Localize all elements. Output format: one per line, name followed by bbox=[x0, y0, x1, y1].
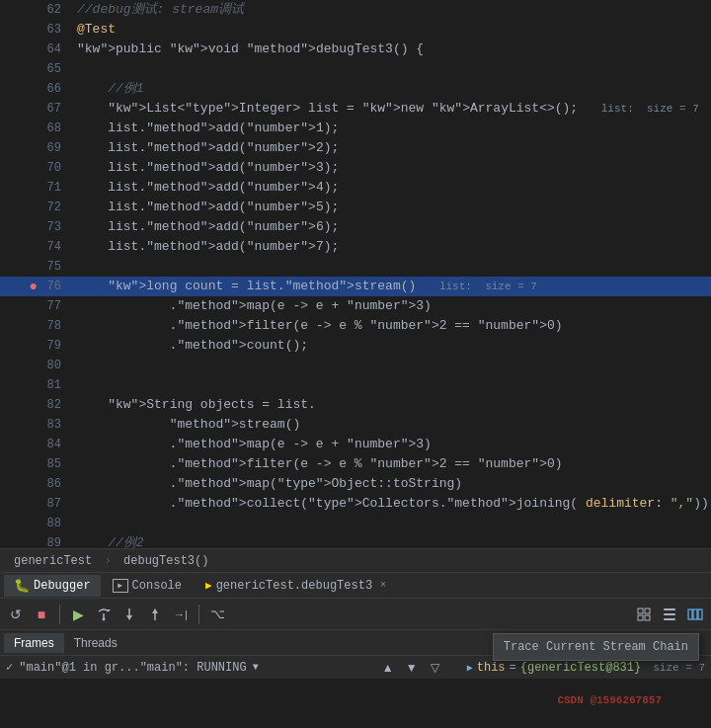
line-number-71: 71 bbox=[41, 178, 61, 198]
line-gutter-79: 79 bbox=[0, 336, 69, 356]
svg-rect-14 bbox=[688, 609, 692, 619]
svg-rect-9 bbox=[638, 615, 643, 620]
line-gutter-83: 83 bbox=[0, 415, 69, 435]
breadcrumb-generictest[interactable]: genericTest bbox=[8, 552, 98, 570]
debug-session-bar: 🐛 Debugger ▶ Console ▶ genericTest.debug… bbox=[0, 572, 711, 598]
line-gutter-72: 72 bbox=[0, 198, 69, 217]
svg-rect-15 bbox=[693, 609, 697, 619]
line-gutter-69: 69 bbox=[0, 138, 69, 158]
line-number-63: 63 bbox=[41, 20, 61, 40]
frames-tab[interactable]: Frames bbox=[4, 633, 64, 653]
line-content-84: ."method">map(e -> e + "number">3) bbox=[69, 435, 711, 454]
line-number-89: 89 bbox=[41, 533, 61, 548]
line-content-78: ."method">filter(e -> e % "number">2 == … bbox=[69, 316, 711, 336]
line-number-84: 84 bbox=[41, 435, 61, 454]
code-line-82: 82 "kw">String objects = list. bbox=[0, 395, 711, 415]
close-tab-button[interactable]: × bbox=[380, 580, 386, 591]
line-content-68: list."method">add("number">1); bbox=[69, 119, 711, 138]
line-content-83: "method">stream() bbox=[69, 415, 711, 435]
separator-2 bbox=[198, 605, 199, 624]
var-expand-icon[interactable]: ▶ bbox=[467, 662, 473, 674]
code-line-68: 68 list."method">add("number">1); bbox=[0, 119, 711, 138]
line-number-76: 76 bbox=[41, 277, 61, 296]
line-content-70: list."method">add("number">3); bbox=[69, 158, 711, 178]
step-out-button[interactable] bbox=[143, 603, 167, 626]
svg-marker-6 bbox=[152, 608, 158, 613]
line-content-69: list."method">add("number">2); bbox=[69, 138, 711, 158]
line-number-86: 86 bbox=[41, 474, 61, 494]
code-line-85: 85 ."method">filter(e -> e % "number">2 … bbox=[0, 454, 711, 474]
line-gutter-77: 77 bbox=[0, 296, 69, 316]
line-gutter-66: 66 bbox=[0, 79, 69, 99]
svg-rect-13 bbox=[664, 618, 675, 620]
tab-debugger[interactable]: 🐛 Debugger bbox=[4, 575, 101, 597]
svg-rect-12 bbox=[664, 613, 675, 615]
code-line-83: 83 "method">stream() bbox=[0, 415, 711, 435]
stop-button[interactable]: ■ bbox=[30, 603, 53, 626]
code-line-74: 74 list."method">add("number">7); bbox=[0, 237, 711, 257]
line-gutter-62: 62 bbox=[0, 0, 69, 20]
thread-dropdown-icon[interactable]: ▼ bbox=[253, 662, 259, 673]
line-content-82: "kw">String objects = list. bbox=[69, 395, 711, 415]
tooltip-popup: Trace Current Stream Chain bbox=[493, 633, 699, 661]
code-line-72: 72 list."method">add("number">5); bbox=[0, 198, 711, 217]
line-number-75: 75 bbox=[41, 257, 61, 277]
line-number-73: 73 bbox=[41, 217, 61, 237]
code-line-63: 63@Test bbox=[0, 20, 711, 40]
breadcrumb-debugtest3[interactable]: debugTest3() bbox=[118, 552, 214, 570]
separator-1 bbox=[59, 605, 60, 624]
line-number-79: 79 bbox=[41, 336, 61, 356]
step-over-button[interactable] bbox=[92, 603, 116, 626]
line-content-71: list."method">add("number">4); bbox=[69, 178, 711, 198]
line-gutter-84: 84 bbox=[0, 435, 69, 454]
breadcrumb-separator: › bbox=[104, 553, 112, 568]
filter-button[interactable]: ▽ bbox=[426, 658, 445, 678]
code-line-64: 64"kw">public "kw">void "method">debugTe… bbox=[0, 40, 711, 59]
line-number-66: 66 bbox=[41, 79, 61, 99]
variable-row: ▶ this = {genericTest@831} size = 7 bbox=[467, 661, 705, 675]
run-to-cursor-button[interactable]: →| bbox=[169, 603, 193, 626]
var-name-this: this bbox=[477, 661, 506, 675]
line-content-63: @Test bbox=[69, 20, 711, 40]
line-content-73: list."method">add("number">6); bbox=[69, 217, 711, 237]
line-number-74: 74 bbox=[41, 237, 61, 257]
breakpoint-icon-76[interactable]: ● bbox=[30, 277, 38, 296]
nav-down-button[interactable]: ▼ bbox=[402, 658, 422, 678]
line-gutter-63: 63 bbox=[0, 20, 69, 40]
line-content-87: ."method">collect("type">Collectors."met… bbox=[69, 494, 711, 514]
active-file-label[interactable]: genericTest.debugTest3 bbox=[216, 579, 372, 593]
code-line-84: 84 ."method">map(e -> e + "number">3) bbox=[0, 435, 711, 454]
line-number-69: 69 bbox=[41, 138, 61, 158]
console-tab-icon: ▶ bbox=[113, 579, 128, 593]
code-line-79: 79 ."method">count(); bbox=[0, 336, 711, 356]
line-gutter-74: 74 bbox=[0, 237, 69, 257]
line-content-88 bbox=[69, 514, 711, 533]
line-number-67: 67 bbox=[41, 99, 61, 119]
line-content-66: //例1 bbox=[69, 79, 711, 99]
line-number-82: 82 bbox=[41, 395, 61, 415]
line-number-72: 72 bbox=[41, 198, 61, 217]
rerun-button[interactable]: ↺ bbox=[4, 603, 28, 626]
svg-rect-8 bbox=[645, 608, 650, 613]
step-into-button[interactable] bbox=[118, 603, 141, 626]
line-gutter-78: 78 bbox=[0, 316, 69, 336]
line-number-88: 88 bbox=[41, 514, 61, 533]
debug-tab-console-label: Console bbox=[132, 579, 182, 593]
code-line-86: 86 ."method">map("type">Object::toString… bbox=[0, 474, 711, 494]
trace-stream-button[interactable] bbox=[683, 603, 707, 626]
line-number-68: 68 bbox=[41, 119, 61, 138]
svg-rect-11 bbox=[664, 608, 675, 610]
threads-tab[interactable]: Threads bbox=[64, 633, 127, 653]
resume-button[interactable]: ▶ bbox=[66, 603, 90, 626]
settings-button[interactable] bbox=[658, 603, 681, 626]
tab-console[interactable]: ▶ Console bbox=[103, 576, 192, 596]
line-content-64: "kw">public "kw">void "method">debugTest… bbox=[69, 40, 711, 59]
code-line-88: 88 bbox=[0, 514, 711, 533]
evaluate-button[interactable]: ⌥ bbox=[205, 603, 229, 626]
restore-layout-button[interactable] bbox=[632, 603, 656, 626]
code-line-65: 65 bbox=[0, 59, 711, 79]
code-line-66: 66 //例1 bbox=[0, 79, 711, 99]
line-content-75 bbox=[69, 257, 711, 277]
nav-up-button[interactable]: ▲ bbox=[378, 658, 398, 678]
line-number-81: 81 bbox=[41, 375, 61, 395]
